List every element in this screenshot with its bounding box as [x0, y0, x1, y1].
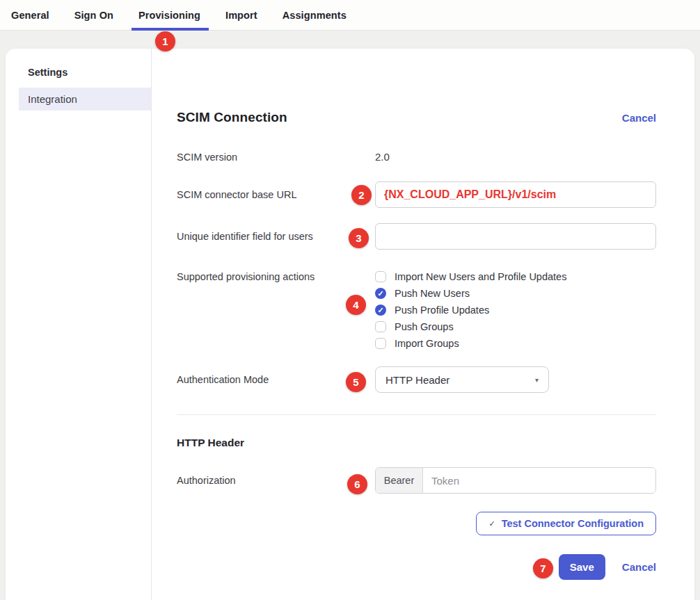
- authentication-mode-select[interactable]: HTTP Header ▾: [375, 366, 549, 393]
- checkbox-icon[interactable]: [375, 305, 386, 316]
- sidebar-heading: Settings: [28, 67, 151, 78]
- provisioning-actions-label: Supported provisioning actions: [177, 268, 375, 285]
- tab-label: Import: [225, 10, 257, 21]
- step-badge-7: 7: [533, 558, 553, 578]
- checkbox-import-new-users[interactable]: Import New Users and Profile Updates: [375, 268, 656, 285]
- step-badge-5: 5: [346, 372, 366, 392]
- save-button[interactable]: Save: [559, 554, 605, 580]
- authorization-input-group: Bearer: [375, 467, 656, 494]
- checkbox-push-groups[interactable]: Push Groups: [375, 318, 656, 335]
- step-badge-6: 6: [347, 474, 367, 494]
- checkbox-icon[interactable]: [375, 288, 386, 299]
- chevron-down-icon: ▾: [535, 376, 539, 384]
- provisioning-card: Settings Integration SCIM Connection Can…: [6, 49, 694, 600]
- checkbox-icon[interactable]: [375, 321, 386, 332]
- checkbox-label: Import Groups: [395, 338, 459, 349]
- tab-label: Sign On: [74, 10, 113, 21]
- token-input[interactable]: [423, 468, 655, 493]
- sidebar-item-label: Integration: [28, 93, 77, 105]
- cancel-link-top[interactable]: Cancel: [622, 112, 656, 124]
- checkbox-push-new-users[interactable]: Push New Users: [375, 285, 656, 302]
- checkbox-import-groups[interactable]: Import Groups: [375, 335, 656, 352]
- checkbox-label: Push Profile Updates: [395, 305, 489, 316]
- test-connector-label: Test Connector Configuration: [502, 518, 644, 529]
- step-badge-1: 1: [155, 31, 175, 51]
- unique-id-input[interactable]: [375, 223, 656, 250]
- sidebar-item-integration[interactable]: Integration: [19, 88, 151, 111]
- provisioning-settings-page: General Sign On Provisioning Import Assi…: [0, 0, 700, 600]
- checkbox-push-profile-updates[interactable]: Push Profile Updates: [375, 302, 656, 318]
- tab-assignments[interactable]: Assignments: [283, 0, 347, 30]
- page-title: SCIM Connection: [177, 110, 287, 125]
- tab-provisioning[interactable]: Provisioning: [138, 0, 200, 30]
- active-tab-underline: [132, 28, 209, 31]
- checkbox-icon[interactable]: [375, 271, 386, 282]
- selected-option: HTTP Header: [385, 374, 450, 386]
- scim-version-value: 2.0: [375, 151, 390, 163]
- step-badge-4: 4: [346, 295, 366, 315]
- checkbox-label: Push New Users: [395, 288, 470, 299]
- tab-label: Provisioning: [138, 10, 200, 21]
- checkbox-label: Import New Users and Profile Updates: [395, 271, 566, 282]
- authorization-label: Authorization: [177, 475, 375, 486]
- tab-sign-on[interactable]: Sign On: [74, 0, 113, 30]
- check-icon: ✓: [488, 519, 495, 528]
- cancel-link-bottom[interactable]: Cancel: [622, 561, 656, 573]
- tab-import[interactable]: Import: [225, 0, 257, 30]
- base-url-input[interactable]: [375, 181, 656, 208]
- settings-sidebar: Settings Integration: [6, 49, 152, 600]
- scim-version-label: SCIM version: [177, 152, 375, 163]
- step-badge-3: 3: [349, 228, 369, 248]
- section-divider: [177, 414, 656, 415]
- step-badge-2: 2: [351, 185, 372, 205]
- provisioning-actions-group: Import New Users and Profile Updates Pus…: [375, 268, 656, 352]
- app-tab-bar: General Sign On Provisioning Import Assi…: [0, 0, 700, 31]
- http-header-heading: HTTP Header: [177, 437, 656, 449]
- tab-label: Assignments: [283, 10, 347, 21]
- base-url-label: SCIM connector base URL: [177, 189, 375, 200]
- tab-label: General: [11, 10, 49, 21]
- bearer-prefix: Bearer: [376, 468, 423, 493]
- scim-connection-form: SCIM Connection Cancel SCIM version 2.0 …: [152, 49, 694, 600]
- tab-general[interactable]: General: [11, 0, 49, 30]
- checkbox-icon[interactable]: [375, 338, 386, 349]
- checkbox-label: Push Groups: [395, 321, 454, 332]
- unique-id-label: Unique identifier field for users: [177, 231, 375, 242]
- test-connector-button[interactable]: ✓ Test Connector Configuration: [476, 512, 656, 535]
